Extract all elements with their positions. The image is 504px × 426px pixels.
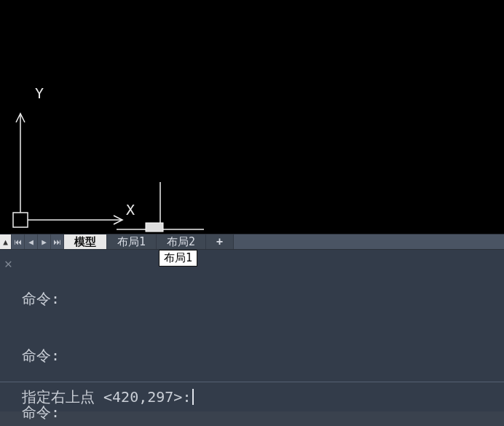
tab-next-icon[interactable]: ▶ xyxy=(38,234,51,249)
drawing-viewport[interactable]: Y X xyxy=(0,0,504,234)
close-icon[interactable]: ✕ xyxy=(4,254,12,273)
command-line[interactable]: 指定右上点 <420,297>: xyxy=(0,382,504,411)
command-input[interactable] xyxy=(194,388,504,406)
layout-tabstrip: ▲ ⏮ ◀ ▶ ⏭ 模型 布局1 布局2 + xyxy=(0,234,504,250)
tab-prev-icon[interactable]: ◀ xyxy=(25,234,38,249)
command-panel: ✕ 命令: 命令: 命令: 命令: 命令: LIMITS 指定左下点或限界 [开… xyxy=(0,250,504,411)
tab-menu-up-icon[interactable]: ▲ xyxy=(0,234,12,249)
ucs-y-label: Y xyxy=(35,84,44,102)
tab-first-icon[interactable]: ⏮ xyxy=(12,234,25,249)
command-history: 命令: 命令: 命令: 命令: 命令: LIMITS 指定左下点或限界 [开(O… xyxy=(0,250,504,382)
tab-last-icon[interactable]: ⏭ xyxy=(51,234,64,249)
command-history-line: 命令: xyxy=(22,346,503,365)
crosshair-cursor xyxy=(117,189,204,248)
command-prompt: 指定右上点 <420,297>: xyxy=(22,387,191,406)
svg-rect-0 xyxy=(13,213,28,227)
tab-model[interactable]: 模型 xyxy=(64,234,107,249)
svg-rect-5 xyxy=(146,223,163,232)
command-history-line: 命令: xyxy=(22,289,503,308)
tab-add-button[interactable]: + xyxy=(206,234,234,249)
tab-tooltip: 布局1 xyxy=(159,250,197,267)
